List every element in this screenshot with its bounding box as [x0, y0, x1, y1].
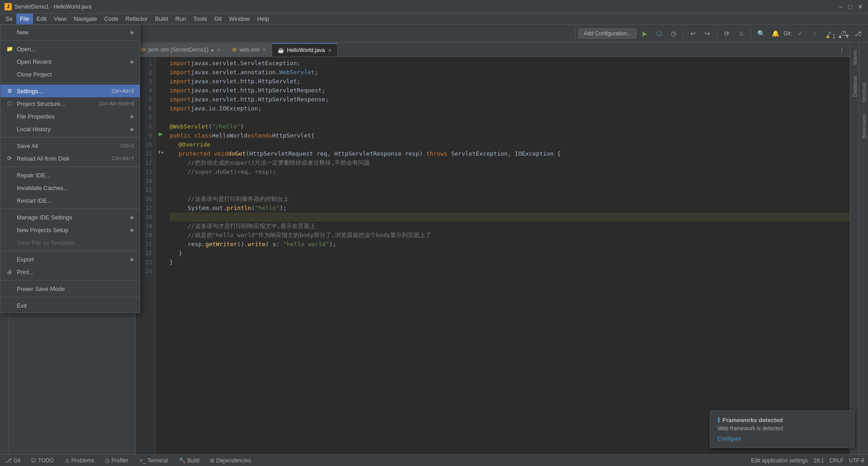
menu-item-new[interactable]: New ▶	[0, 26, 140, 38]
menu-item-open-recent[interactable]: Open Recent ▶	[0, 55, 140, 68]
menu-item-save-template[interactable]: Save File as Template...	[0, 236, 140, 249]
code-line-7	[170, 113, 850, 122]
menu-item-project-structure[interactable]: ⬡ Project Structure... Ctrl+Alt+Shift+S	[0, 97, 140, 110]
menu-item-new-projects[interactable]: New Projects Setup ▶	[0, 223, 140, 236]
code-content[interactable]: import javax.servlet.ServletException; i…	[165, 57, 850, 454]
run-button[interactable]: ▶	[638, 27, 651, 40]
menu-row-left-new: New	[6, 29, 28, 36]
bookmarks-tab[interactable]: Bookmarks	[860, 110, 868, 142]
menu-item-navigate[interactable]: Navigate	[70, 14, 100, 24]
bottom-tab-problems[interactable]: ⚠ Problems	[63, 457, 96, 464]
error-arrow-up[interactable]: ▲	[837, 33, 843, 39]
local-history-label: Local History	[17, 126, 51, 133]
code-line-3: import javax.servlet.http.HttpServlet;	[170, 77, 850, 86]
minimize-button[interactable]: −	[837, 4, 844, 10]
project-structure-shortcut: Ctrl+Alt+Shift+S	[99, 101, 134, 106]
code-line-2: import javax.servlet.annotation.WebServl…	[170, 68, 850, 77]
status-text: Edit application settings	[751, 457, 808, 464]
close-button[interactable]: ✕	[857, 4, 863, 10]
menu-item-code[interactable]: Code	[101, 14, 122, 24]
git-checkmark-btn[interactable]: ✓	[794, 27, 807, 40]
bottom-tab-terminal[interactable]: >_ Terminal	[138, 457, 170, 464]
menu-item-se[interactable]: Se	[2, 14, 16, 24]
tab-icon-web: ⚙	[232, 47, 237, 53]
structure-tab[interactable]: Structure	[860, 79, 868, 106]
menu-item-refactor[interactable]: Refactor	[122, 14, 151, 24]
tab-helloworld[interactable]: ☕ HelloWorld.java ✕	[272, 43, 338, 57]
bottom-tab-todo[interactable]: ☑ TODO	[29, 457, 55, 464]
menu-item-settings[interactable]: ⚙ Settings... Ctrl+Alt+S	[0, 85, 140, 97]
bottom-tab-profiler[interactable]: ◷ Profiler	[103, 457, 130, 464]
toolbar-btn-update[interactable]: ⟳	[721, 27, 733, 40]
bottom-tab-git[interactable]: ⎇ Git	[4, 457, 22, 464]
code-line-18	[170, 213, 850, 222]
database-tab[interactable]: Database	[851, 72, 859, 100]
code-line-23: }	[170, 258, 850, 267]
tab-close-pom[interactable]: ✕	[217, 47, 221, 53]
menu-item-run[interactable]: Run	[172, 14, 190, 24]
build-tab-label: Build	[188, 457, 200, 464]
right-panel: Maven Database	[850, 43, 859, 454]
bottom-tab-build[interactable]: 🔨 Build	[177, 457, 202, 464]
menu-item-close-project[interactable]: Close Project	[0, 68, 140, 81]
save-all-shortcut: Ctrl+S	[120, 143, 134, 148]
notifications-btn[interactable]: 🔔	[769, 27, 782, 40]
menu-item-tools[interactable]: Tools	[190, 14, 211, 24]
toolbar-btn-redo[interactable]: ↪	[701, 27, 714, 40]
error-count: 1	[833, 33, 836, 39]
error-indicator: ▲ 1 ▲ ▼	[825, 33, 850, 39]
maximize-button[interactable]: □	[847, 4, 854, 10]
maven-tab[interactable]: Maven	[851, 46, 859, 68]
gutter-line-2	[156, 66, 165, 75]
menu-item-invalidate[interactable]: Invalidate Caches...	[0, 181, 140, 194]
menu-item-build[interactable]: Build	[151, 14, 172, 24]
divider-8	[0, 297, 140, 297]
menu-item-reload-all[interactable]: ⟳ Reload All from Disk Ctrl+Alt+Y	[0, 152, 140, 165]
menu-item-git[interactable]: Git	[211, 14, 226, 24]
menu-item-print[interactable]: 🖨 Print...	[0, 266, 140, 278]
tab-close-web[interactable]: ✕	[262, 47, 266, 53]
menu-item-export[interactable]: Export ▶	[0, 253, 140, 266]
bottom-tab-dependencies[interactable]: ⧉ Dependencies	[208, 457, 253, 464]
gutter-line-18	[156, 211, 165, 220]
toolbar-btn-undo[interactable]: ↩	[687, 27, 699, 40]
menu-item-restart-ide[interactable]: Restart IDE...	[0, 194, 140, 207]
toolbar-btn-rollback[interactable]: ⎌	[735, 27, 748, 40]
tab-more-btn[interactable]: ⋮	[837, 44, 850, 57]
deps-tab-label: Dependencies	[216, 457, 251, 464]
editor-area: m pom.xml (ServletDemo1) ● ✕ ⚙ web.xml ✕…	[136, 43, 850, 454]
menu-item-exit[interactable]: Exit	[0, 299, 140, 312]
git-update-btn[interactable]: ↑	[808, 27, 821, 40]
menu-item-save-all[interactable]: Save All Ctrl+S	[0, 139, 140, 152]
divider-5	[0, 209, 140, 209]
tab-close-java[interactable]: ✕	[328, 48, 332, 53]
menu-item-manage-ide[interactable]: Manage IDE Settings ▶	[0, 211, 140, 223]
menu-item-help[interactable]: Help	[254, 14, 273, 24]
menu-item-edit[interactable]: Edit	[33, 14, 50, 24]
tab-pom[interactable]: m pom.xml (ServletDemo1) ● ✕	[136, 43, 226, 57]
menu-item-file-properties[interactable]: File Properties ▶	[0, 110, 140, 123]
code-line-13: //super.doGet(req, resp);	[170, 167, 850, 176]
tab-web[interactable]: ⚙ web.xml ✕	[226, 43, 272, 57]
menu-item-view[interactable]: View	[50, 14, 70, 24]
divider-6	[0, 251, 140, 251]
menu-item-window[interactable]: Window	[226, 14, 254, 24]
menu-item-file[interactable]: File	[16, 14, 33, 24]
add-config-button[interactable]: Add Configuration...	[579, 29, 637, 38]
menu-item-power-save[interactable]: Power Save Mode	[0, 282, 140, 295]
git-branch-btn[interactable]: ⎇	[852, 27, 864, 40]
menu-row-left-template: Save File as Template...	[6, 239, 80, 246]
menu-item-repair-ide[interactable]: Repair IDE...	[0, 169, 140, 181]
tab-icon-java: ☕	[278, 47, 284, 53]
notif-configure-link[interactable]: Configure	[717, 436, 741, 442]
menu-item-local-history[interactable]: Local History ▶	[0, 123, 140, 135]
search-everywhere-btn[interactable]: 🔍	[755, 27, 767, 40]
error-arrow-down[interactable]: ▼	[844, 33, 850, 39]
code-line-17: System.out.println("hello");	[170, 204, 850, 213]
menu-item-open[interactable]: 📁 Open...	[0, 43, 140, 55]
debug-button[interactable]: ⬡	[653, 27, 665, 40]
profile-button[interactable]: ◷	[667, 27, 680, 40]
notif-title: ℹ Frameworks detected	[717, 416, 847, 423]
gutter-line-3	[156, 75, 165, 84]
new-projects-label: New Projects Setup	[17, 227, 68, 233]
